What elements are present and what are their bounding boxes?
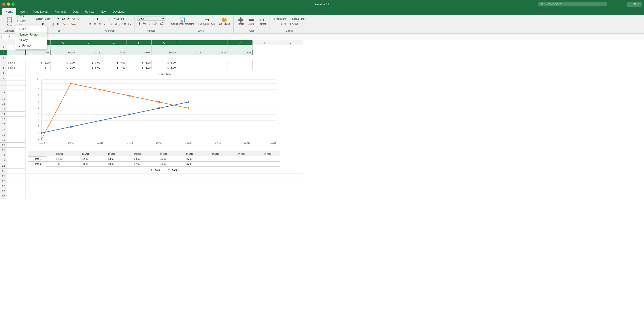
increase-decimal-button[interactable]: ↑.0 <box>152 21 158 26</box>
share-button[interactable]: + Share <box>626 1 642 7</box>
popup-number-format[interactable]: Number Format <box>15 32 47 37</box>
cell-a2[interactable] <box>7 50 26 55</box>
cell-g4[interactable]: $ 6.00 <box>152 60 177 65</box>
sort-filter-button[interactable]: ⇅ Sort & Filter <box>288 16 306 21</box>
fill-button[interactable]: ↓ Fill <box>279 21 287 26</box>
indent-increase-button[interactable]: ⇥ <box>108 22 113 26</box>
fill-color-button[interactable]: A <box>62 22 69 26</box>
cell-l1[interactable] <box>278 45 303 50</box>
cell-c5[interactable]: $ 9.00 <box>51 65 76 70</box>
cell-d4[interactable]: $ 3.00 <box>76 60 101 65</box>
popup-copy[interactable]: ⎘ Copy <box>15 37 47 43</box>
cell-styles-button[interactable]: 🎨 Cell Styles <box>217 16 231 26</box>
tab-view[interactable]: View <box>97 8 110 15</box>
cell-d1[interactable] <box>76 45 101 50</box>
cell-i5[interactable] <box>202 65 228 70</box>
format-as-table-button[interactable]: 🗃 Format as Table <box>197 16 217 26</box>
cell-l4[interactable] <box>278 60 303 65</box>
cell-d2[interactable]: 1/3/18 <box>76 50 101 55</box>
align-middle-button[interactable]: ↔ <box>100 16 106 21</box>
cell-j1[interactable] <box>228 45 253 50</box>
cell-c4[interactable]: $ 2.00 <box>51 60 76 65</box>
cell-e1[interactable] <box>101 45 126 50</box>
cell-reference-input[interactable] <box>2 35 15 39</box>
cell-e2[interactable]: 1/4/18 <box>101 50 126 55</box>
conditional-formatting-button[interactable]: 📊 Conditional Formatting <box>170 16 196 26</box>
delete-button[interactable]: ➖ Delete <box>246 16 256 26</box>
wrap-text-button[interactable]: Wrap Text <box>112 16 125 21</box>
col-header-f[interactable]: F <box>126 40 152 45</box>
align-left-button[interactable]: ≡ <box>88 22 92 26</box>
sheet-scroll[interactable]: A B C D E F G H I J K L 1 <box>0 40 644 315</box>
col-header-k[interactable]: K <box>253 40 278 45</box>
cell-e5[interactable]: $ 7.00 <box>101 65 126 70</box>
cell-l5[interactable] <box>278 65 303 70</box>
dollar-button[interactable]: $ <box>137 21 142 26</box>
tab-formulas[interactable]: Formulas <box>52 8 70 15</box>
cell-h5[interactable] <box>177 65 202 70</box>
cell-b4[interactable]: $ 1.00 <box>26 60 51 65</box>
search-bar[interactable]: 🔍 Search Sheet <box>538 2 607 6</box>
merge-center-button[interactable]: Merge & Center <box>114 22 132 26</box>
font-size-select[interactable]: 12 <box>60 17 70 21</box>
copy-button[interactable]: ⎘ Copy <box>16 19 30 23</box>
align-bottom-button[interactable]: ⬇ <box>106 16 112 21</box>
cell-f2[interactable]: 1/5/18 <box>126 50 152 55</box>
tab-home[interactable]: Home <box>2 8 16 15</box>
cell-f5[interactable]: $ 6.00 <box>126 65 152 70</box>
cell-f1[interactable] <box>126 45 152 50</box>
tab-review[interactable]: Review <box>82 8 97 15</box>
col-header-c[interactable]: C <box>51 40 76 45</box>
cell-h1[interactable] <box>177 45 202 50</box>
autosum-button[interactable]: Σ AutoSum <box>272 16 287 21</box>
cell-k2[interactable] <box>253 50 278 55</box>
cell-d5[interactable]: $ 8.00 <box>76 65 101 70</box>
cell-i1[interactable] <box>202 45 228 50</box>
decrease-decimal-button[interactable]: ↓.0 <box>158 21 165 26</box>
tab-developer[interactable]: Developer <box>110 8 128 15</box>
cell-a5[interactable]: data 2 <box>7 65 26 70</box>
popup-cut[interactable]: ✂ Cut <box>15 26 47 32</box>
col-header-h[interactable]: H <box>177 40 202 45</box>
col-header-d[interactable]: D <box>76 40 101 45</box>
font-size-increase[interactable]: A↑ <box>70 16 76 21</box>
maximize-button[interactable] <box>12 2 15 6</box>
col-header-i[interactable]: I <box>202 40 228 45</box>
cell-b2[interactable]: 1/1/18 <box>26 50 51 55</box>
format-cells-button[interactable]: ⚙ Format <box>257 16 268 26</box>
col-header-e[interactable]: E <box>101 40 126 45</box>
cell-k4[interactable] <box>253 60 278 65</box>
minimize-button[interactable] <box>7 2 10 6</box>
cell-g5[interactable]: $ 5.00 <box>152 65 177 70</box>
tab-page-layout[interactable]: Page Layout <box>30 8 52 15</box>
cell-row3[interactable] <box>7 55 303 60</box>
cell-f4[interactable]: $ 5.00 <box>126 60 152 65</box>
cell-g1[interactable] <box>152 45 177 50</box>
cell-j4[interactable] <box>228 60 253 65</box>
col-header-j[interactable]: J <box>228 40 253 45</box>
number-format-select[interactable]: Date General Number Currency <box>137 16 165 21</box>
cell-g2[interactable]: 1/6/18 <box>152 50 177 55</box>
cut-button[interactable]: ✂ Cut <box>16 14 30 18</box>
formula-input[interactable] <box>28 35 642 38</box>
tab-data[interactable]: Data <box>70 8 82 15</box>
font-family-select[interactable]: Calibri (Body) <box>35 17 60 21</box>
font-size-decrease[interactable]: A↓ <box>77 16 83 21</box>
font-color-button[interactable]: A <box>70 22 77 26</box>
indent-decrease-button[interactable]: ⇤ <box>102 22 108 26</box>
cell-i4[interactable] <box>202 60 228 65</box>
cell-j2[interactable]: 1/9/18 <box>228 50 253 55</box>
cell-k1[interactable] <box>253 45 278 50</box>
cell-l2[interactable] <box>278 50 303 55</box>
cell-j5[interactable] <box>228 65 253 70</box>
cell-c2[interactable]: 1/2/18 <box>51 50 76 55</box>
cell-i2[interactable]: 1/8/18 <box>202 50 228 55</box>
insert-button[interactable]: ➕ Insert <box>236 16 245 26</box>
align-right-button[interactable]: ≡ <box>98 22 102 26</box>
col-header-l[interactable]: L <box>278 40 303 45</box>
align-top-button[interactable]: ⬆ <box>95 16 100 21</box>
col-header-g[interactable]: G <box>152 40 177 45</box>
cell-h2[interactable]: 1/7/18 <box>177 50 202 55</box>
cell-a4[interactable]: data 1 <box>7 60 26 65</box>
comma-button[interactable]: , <box>148 21 151 26</box>
